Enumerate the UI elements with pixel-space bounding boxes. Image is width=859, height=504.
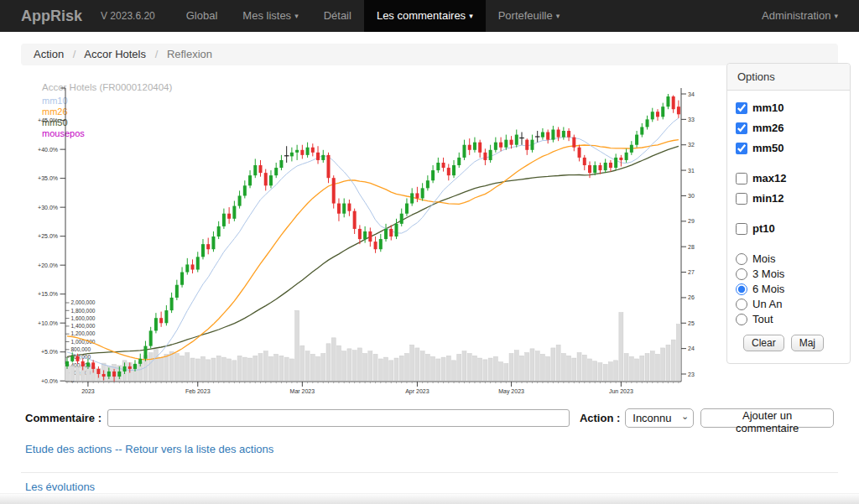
volume-bar [399,356,403,381]
volume-bar [159,357,164,381]
volume-bar [624,353,628,381]
evolutions-link[interactable]: Les évolutions [25,481,95,493]
volume-bar [404,353,409,381]
volume-bar [619,313,623,381]
volume-bar [180,356,185,381]
candle-body [217,226,221,236]
candle-body [625,153,628,160]
candle-body [604,163,607,170]
volume-tick-label: 1,400,000 [71,323,96,329]
volume-bar [410,345,414,381]
volume-bar [467,353,471,381]
volume-tick-label: 800,000 [71,346,91,352]
candle-body [510,140,513,145]
volume-bar [227,359,232,381]
radio-6-mois[interactable]: 6 Mois [736,283,841,295]
un-an-radio[interactable] [736,299,747,310]
candle-body [635,135,638,145]
6-mois-radio[interactable] [736,283,747,295]
volume-bar [635,359,639,381]
mm26-checkbox[interactable] [736,122,747,134]
pct-tick-label: +10.0% [38,320,58,326]
nav-item-global[interactable]: Global [174,0,231,32]
candle-body [306,148,310,155]
nav-item-administration[interactable]: Administration▾ [749,0,859,32]
volume-bar [645,353,649,381]
nav-item-portefeuille[interactable]: Portefeuille▾ [486,0,573,32]
bottom-panel-edge [0,493,859,504]
candle-body [431,170,435,180]
volume-bar [352,351,357,381]
pct-tick-label: +45.0% [38,117,58,123]
volume-bar [164,354,169,381]
radio-un-an[interactable]: Un An [736,298,841,310]
volume-bar [488,358,492,381]
pt10-checkbox[interactable] [736,223,747,235]
volume-bar [441,357,445,381]
mm10-checkbox[interactable] [736,102,747,114]
volume-bar [425,354,430,381]
checkbox-mm10[interactable]: mm10 [736,101,841,114]
volume-bar [457,354,461,381]
3-mois-radio[interactable] [736,268,747,280]
min12-checkbox[interactable] [736,193,747,205]
volume-bar [326,344,331,381]
price-tick-label: 31 [688,168,695,174]
candlestick-chart[interactable]: Accor Hotels (FR0000120404)mm10mm26mm50m… [23,78,713,398]
radio-tout[interactable]: Tout [736,313,841,325]
candle-body [253,165,257,175]
volume-bar [368,351,372,381]
comment-input[interactable] [107,409,570,427]
clear-button[interactable]: Clear [743,335,784,351]
volume-bar [483,360,487,381]
checkbox-mm26[interactable]: mm26 [736,122,841,134]
candle-body [332,178,336,203]
breadcrumb-item-action[interactable]: Action [34,48,64,60]
candle-body [368,231,372,242]
checkbox-mm50[interactable]: mm50 [736,142,841,154]
checkbox-pt10[interactable]: pt10 [736,222,841,235]
pct-tick-label: +40.0% [38,147,58,153]
max12-checkbox[interactable] [736,173,747,184]
volume-bar [357,348,362,381]
price-tick-label: 32 [688,142,695,148]
candle-body [541,132,544,138]
mois-radio[interactable] [736,253,747,265]
radio-3-mois[interactable]: 3 Mois [736,268,841,280]
candle-body [128,366,132,369]
app-version: V 2023.6.20 [94,0,174,32]
volume-bar [305,351,310,381]
price-tick-label: 28 [688,244,695,250]
candle-body [462,145,466,158]
candle-body [227,214,231,219]
x-tick-label: Mar 2023 [290,388,315,394]
tout-radio[interactable] [736,314,747,325]
nav-item-detail[interactable]: Détail [311,0,364,32]
volume-bar [420,351,424,381]
volume-bar [520,356,524,381]
study-actions-link[interactable]: Etude des actions [25,443,112,455]
candle-body [321,155,325,160]
nav-item-les-commentaires[interactable]: Les commentaires▾ [364,0,486,32]
volume-bar [148,353,153,381]
candle-body [363,231,367,239]
checkbox-max12[interactable]: max12 [736,172,841,184]
add-comment-button[interactable]: Ajouter un commentaire [700,408,834,428]
options-panel: Options mm10 mm26 mm50 max12 min12 pt10 [726,63,851,364]
breadcrumb-item-accor-hotels[interactable]: Accor Hotels [84,48,146,60]
nav-item-mes-listes[interactable]: Mes listes▾ [230,0,310,32]
candle-body [259,165,263,173]
action-select[interactable]: Inconnu [625,408,694,428]
checkbox-min12[interactable]: min12 [736,192,841,205]
back-to-list-link[interactable]: Retour vers la liste des actions [125,443,273,455]
candle-body [421,188,424,198]
volume-bar [493,356,497,381]
maj-button[interactable]: Maj [791,335,824,351]
radio-mois[interactable]: Mois [736,252,841,265]
volume-tick-label: 1,200,000 [71,330,96,336]
mm50-checkbox[interactable] [736,143,747,154]
chevron-down-icon: ▾ [469,12,473,20]
pct-tick-label: +20.0% [38,262,58,268]
candle-body [661,107,664,117]
candle-body [232,206,236,219]
